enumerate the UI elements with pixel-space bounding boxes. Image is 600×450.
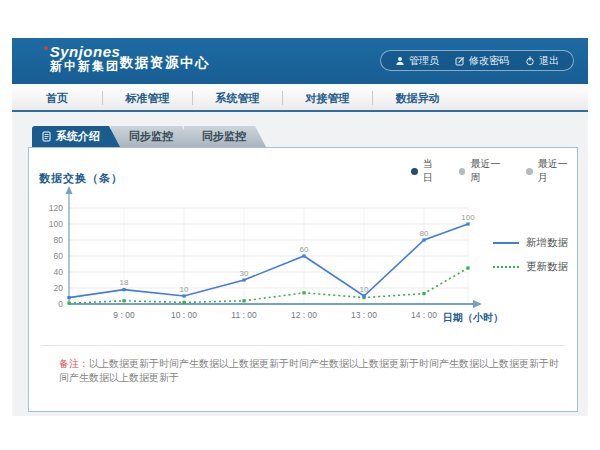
svg-text:10 : 00: 10 : 00 <box>171 310 197 320</box>
radio-label: 当日 <box>423 157 443 185</box>
admin-user-button[interactable]: 管理员 <box>387 54 447 68</box>
logo-text-cn: 新中新集团 <box>42 60 128 74</box>
svg-text:12 : 00: 12 : 00 <box>291 310 317 320</box>
svg-text:80: 80 <box>54 235 64 245</box>
note-text: 以上数据更新于时间产生数据以上数据更新于时间产生数据以上数据更新于时间产生数据以… <box>59 358 559 383</box>
app-header: Synjones 新中新集团 数据资源中心 管理员 修改密码 <box>12 38 588 84</box>
user-icon <box>395 56 405 66</box>
legend-item-updated-data[interactable]: 更新数据 <box>493 260 568 274</box>
page-title: 数据资源中心 <box>120 54 210 72</box>
change-password-button[interactable]: 修改密码 <box>447 54 517 68</box>
svg-text:60: 60 <box>300 245 309 254</box>
radio-dot-icon <box>411 168 418 175</box>
document-icon <box>42 131 51 142</box>
svg-text:100: 100 <box>461 213 475 222</box>
legend-label: 更新数据 <box>526 260 568 274</box>
nav-item-changes[interactable]: 数据异动 <box>372 91 462 105</box>
svg-text:9 : 00: 9 : 00 <box>113 310 135 320</box>
svg-text:60: 60 <box>54 251 64 261</box>
svg-text:10: 10 <box>180 285 189 294</box>
svg-text:13 : 00: 13 : 00 <box>351 310 377 320</box>
svg-text:20: 20 <box>54 283 64 293</box>
svg-text:30: 30 <box>240 269 249 278</box>
svg-text:0: 0 <box>58 299 63 309</box>
svg-text:10: 10 <box>360 285 369 294</box>
dotted-line-swatch-icon <box>493 266 519 268</box>
radio-last-month[interactable]: 最近一月 <box>526 157 577 185</box>
logo-red-dot-icon <box>44 46 48 50</box>
user-toolbar: 管理员 修改密码 退出 <box>380 50 574 71</box>
solid-line-swatch-icon <box>493 242 519 244</box>
brand-logo: Synjones 新中新集团 <box>42 43 128 74</box>
svg-text:日期（小时）: 日期（小时） <box>443 312 503 323</box>
radio-label: 最近一周 <box>470 157 509 185</box>
svg-text:80: 80 <box>420 229 429 238</box>
svg-text:11 : 00: 11 : 00 <box>231 310 257 320</box>
note-label: 备注： <box>59 358 89 369</box>
nav-item-system[interactable]: 系统管理 <box>192 91 282 105</box>
tab-bar: 系统介绍 同步监控 同步监控 <box>32 126 588 147</box>
footer-note: 备注：以上数据更新于时间产生数据以上数据更新于时间产生数据以上数据更新于时间产生… <box>59 357 563 385</box>
content-panel: 当日 最近一周 最近一月 数据交换（条） 0204060801001209 : … <box>28 147 578 412</box>
tab-sync-monitor-2[interactable]: 同步监控 <box>184 126 266 147</box>
tab-label: 同步监控 <box>129 129 173 144</box>
app-page: Synjones 新中新集团 数据资源中心 管理员 修改密码 <box>12 38 588 416</box>
svg-text:100: 100 <box>49 219 63 229</box>
admin-user-label: 管理员 <box>409 54 439 68</box>
logo-text-en: Synjones <box>42 43 128 60</box>
tab-sync-monitor-1[interactable]: 同步监控 <box>111 126 193 147</box>
radio-today[interactable]: 当日 <box>411 157 443 185</box>
tab-label: 系统介绍 <box>56 129 100 144</box>
radio-dot-icon <box>526 168 533 175</box>
tab-label: 同步监控 <box>202 129 246 144</box>
change-password-label: 修改密码 <box>469 54 509 68</box>
chart-legend: 新增数据 更新数据 <box>493 236 568 284</box>
nav-item-home[interactable]: 首页 <box>12 91 102 105</box>
logout-label: 退出 <box>539 54 559 68</box>
edit-icon <box>455 56 465 66</box>
divider <box>41 345 565 346</box>
legend-label: 新增数据 <box>526 236 568 250</box>
svg-text:120: 120 <box>49 203 63 213</box>
logout-button[interactable]: 退出 <box>517 54 567 68</box>
radio-dot-icon <box>459 168 466 175</box>
radio-last-week[interactable]: 最近一周 <box>459 157 510 185</box>
legend-item-new-data[interactable]: 新增数据 <box>493 236 568 250</box>
nav-item-interface[interactable]: 对接管理 <box>282 91 372 105</box>
time-range-filter: 当日 最近一周 最近一月 <box>411 157 577 185</box>
svg-text:18: 18 <box>120 278 129 287</box>
power-icon <box>525 56 535 66</box>
svg-text:14 : 00: 14 : 00 <box>411 310 437 320</box>
nav-item-standards[interactable]: 标准管理 <box>102 91 192 105</box>
radio-label: 最近一月 <box>538 157 577 185</box>
main-nav: 首页 标准管理 系统管理 对接管理 数据异动 <box>12 84 588 112</box>
tab-system-intro[interactable]: 系统介绍 <box>32 126 120 147</box>
svg-text:40: 40 <box>54 267 64 277</box>
